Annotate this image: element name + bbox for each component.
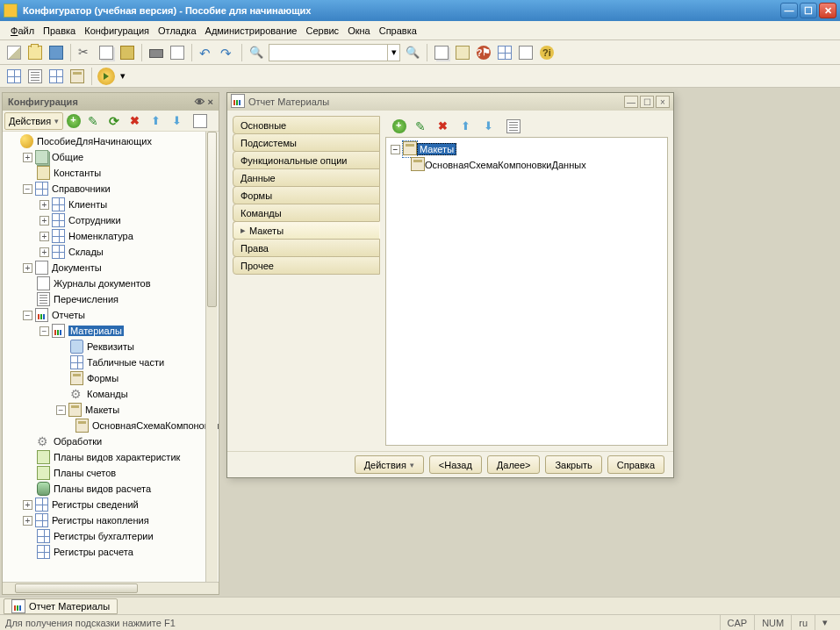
tb2-run-drop[interactable]: ▾ <box>118 67 128 86</box>
vtab-commands[interactable]: Команды <box>233 204 380 222</box>
search-combo[interactable]: ▾ <box>269 44 400 61</box>
preview-button[interactable] <box>168 43 187 62</box>
vtab-rights[interactable]: Права <box>233 239 380 257</box>
minimize-button[interactable]: — <box>780 3 798 18</box>
menu-config[interactable]: Конфигурация <box>84 25 149 36</box>
tree-account-plans[interactable]: Планы счетов <box>3 465 219 481</box>
tree-enums[interactable]: Перечисления <box>3 291 219 307</box>
tb-help-button[interactable]: i <box>537 43 556 62</box>
report-layouts-tree[interactable]: − Макеты ОсновнаяСхемаКомпоновкиДанных <box>385 137 668 446</box>
rt-add[interactable] <box>390 117 409 136</box>
btn-back[interactable]: <Назад <box>429 455 482 474</box>
redo-button[interactable] <box>218 43 237 62</box>
rt-props[interactable] <box>504 117 523 136</box>
menu-service[interactable]: Сервис <box>305 25 339 36</box>
tree-accum-registers[interactable]: +Регистры накопления <box>3 512 219 528</box>
vtab-main[interactable]: Основные <box>233 116 380 134</box>
tb-btn-calendar[interactable] <box>495 43 514 62</box>
tree-forms[interactable]: Формы <box>3 370 219 386</box>
vtab-data[interactable]: Данные <box>233 168 380 187</box>
tb-btn-user[interactable]: ⚑ <box>474 43 493 62</box>
tb2-b[interactable] <box>25 67 45 86</box>
menu-edit[interactable]: Правка <box>43 25 75 36</box>
tb-btn-syntax[interactable] <box>516 43 535 62</box>
close-window-button[interactable]: ✕ <box>819 3 836 18</box>
rw-max-button[interactable]: ☐ <box>640 96 654 108</box>
tb2-a[interactable] <box>4 67 24 86</box>
menu-help[interactable]: Справка <box>379 25 417 36</box>
maximize-button[interactable]: ☐ <box>800 3 817 18</box>
btn-actions[interactable]: Действия <box>355 455 424 474</box>
move-down-button[interactable] <box>169 111 189 131</box>
vtab-forms[interactable]: Формы <box>233 186 380 204</box>
tree-calc-plans[interactable]: Планы видов расчета <box>3 481 219 497</box>
vtab-layouts[interactable]: Макеты <box>233 221 380 240</box>
cut-button[interactable] <box>75 43 95 62</box>
tb2-c[interactable] <box>47 67 66 86</box>
delete-button[interactable] <box>127 111 147 131</box>
menu-admin[interactable]: Администрирование <box>205 25 298 36</box>
add-button[interactable] <box>64 111 83 131</box>
sort-button[interactable] <box>190 111 210 131</box>
tb2-run[interactable] <box>97 67 116 86</box>
panel-close-icon[interactable]: × <box>208 97 213 107</box>
actions-dropdown[interactable]: Действия <box>4 112 63 130</box>
new-button[interactable] <box>4 43 24 62</box>
tree-common[interactable]: +Общие <box>3 149 219 165</box>
tree-documents[interactable]: +Документы <box>3 260 219 276</box>
tb-btn-a[interactable] <box>432 43 451 62</box>
find-next-button[interactable] <box>403 43 422 62</box>
save-button[interactable] <box>47 43 66 62</box>
config-tree[interactable]: ПособиеДляНачинающих +Общие Константы −С… <box>3 132 219 582</box>
tree-reports[interactable]: −Отчеты <box>3 307 219 323</box>
tree-acct-registers[interactable]: Регистры бухгалтерии <box>3 528 219 544</box>
vtab-other[interactable]: Прочее <box>233 256 380 275</box>
status-lang-drop[interactable]: ▾ <box>815 615 835 630</box>
tree-materials[interactable]: −Материалы <box>3 323 219 339</box>
tree-employees[interactable]: +Сотрудники <box>3 212 219 228</box>
panel-pin-icon[interactable]: 👁 <box>195 97 205 107</box>
rt-down[interactable] <box>481 117 500 136</box>
tree-tab-parts[interactable]: Табличные части <box>3 354 219 370</box>
btn-next[interactable]: Далее> <box>487 455 541 474</box>
rw-min-button[interactable]: — <box>624 96 638 108</box>
edit-button[interactable] <box>85 111 104 131</box>
tree-warehouses[interactable]: +Склады <box>3 244 219 260</box>
report-window-titlebar[interactable]: Отчет Материалы — ☐ × <box>227 93 673 111</box>
tree-hscroll[interactable] <box>3 582 219 594</box>
tb2-d[interactable] <box>68 67 87 86</box>
tree-nomenclature[interactable]: +Номенклатура <box>3 228 219 244</box>
tree-info-registers[interactable]: +Регистры сведений <box>3 497 219 512</box>
rt-up[interactable] <box>458 117 477 136</box>
copy-button[interactable] <box>97 43 116 62</box>
tree-root[interactable]: ПособиеДляНачинающих <box>3 133 219 149</box>
menu-windows[interactable]: Окна <box>348 25 370 36</box>
rt-edit[interactable] <box>413 117 432 136</box>
menu-file[interactable]: ФФайлайл <box>11 25 34 36</box>
tree-attributes[interactable]: Реквизиты <box>3 339 219 354</box>
tree-doc-journals[interactable]: Журналы документов <box>3 276 219 291</box>
vtab-funcopts[interactable]: Функциональные опции <box>233 151 380 169</box>
open-button[interactable] <box>25 43 45 62</box>
paste-button[interactable] <box>118 43 137 62</box>
tree-char-plans[interactable]: Планы видов характеристик <box>3 449 219 465</box>
btn-help[interactable]: Справка <box>607 455 664 474</box>
rtree-child[interactable]: ОсновнаяСхемаКомпоновкиДанных <box>388 157 665 173</box>
tree-catalogs[interactable]: −Справочники <box>3 181 219 197</box>
taskbar-tab-1[interactable]: Отчет Материалы <box>4 598 118 614</box>
menu-debug[interactable]: Отладка <box>158 25 196 36</box>
tree-main-schema[interactable]: ОсновнаяСхемаКомпоновкиДанных <box>3 418 219 433</box>
tree-clients[interactable]: +Клиенты <box>3 197 219 212</box>
tb-btn-b[interactable] <box>453 43 472 62</box>
undo-button[interactable] <box>197 43 216 62</box>
search-icon-btn[interactable] <box>247 43 266 62</box>
tree-commands[interactable]: Команды <box>3 386 219 402</box>
tree-layouts[interactable]: −Макеты <box>3 402 219 418</box>
tree-constants[interactable]: Константы <box>3 165 219 181</box>
refresh-button[interactable] <box>106 111 126 131</box>
tree-processing[interactable]: Обработки <box>3 433 219 449</box>
rw-close-button[interactable]: × <box>656 96 670 108</box>
rtree-root[interactable]: − Макеты <box>388 141 665 157</box>
print-button[interactable] <box>147 43 166 62</box>
btn-close[interactable]: Закрыть <box>545 455 601 474</box>
